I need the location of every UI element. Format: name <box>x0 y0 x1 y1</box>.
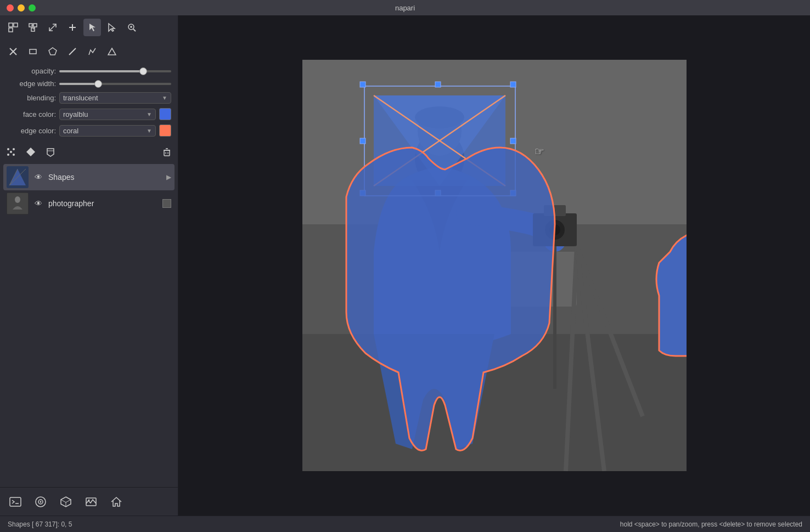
svg-point-24 <box>7 154 9 156</box>
shapes-visibility-toggle[interactable]: 👁 <box>33 172 44 183</box>
opacity-row: opacity: <box>7 67 171 75</box>
terminal-button[interactable] <box>5 492 25 512</box>
edge-color-dropdown[interactable]: coral ▼ <box>59 125 156 137</box>
add-points-layer-button[interactable] <box>3 144 19 160</box>
window-title: napari <box>395 4 415 12</box>
status-bar: Shapes [ 67 317]: 0, 5 hold <space> to p… <box>0 516 810 532</box>
zoom-button[interactable] <box>123 19 140 36</box>
minimize-button[interactable] <box>18 4 25 12</box>
photographer-color-indicator <box>162 199 171 208</box>
blending-row: blending: translucent ▼ <box>7 92 171 104</box>
title-bar: napari <box>0 0 810 15</box>
cursor-button[interactable] <box>103 19 121 36</box>
edge-color-row: edge color: coral ▼ <box>7 124 171 137</box>
maximize-button[interactable] <box>29 4 36 12</box>
svg-point-25 <box>13 154 15 156</box>
svg-rect-29 <box>164 150 170 156</box>
svg-rect-4 <box>33 24 37 27</box>
layers-panel: 👁 Shapes ▶ 👁 photographer <box>0 162 178 487</box>
face-color-arrow-icon: ▼ <box>147 111 152 117</box>
edge-width-slider[interactable] <box>59 83 171 85</box>
svg-point-26 <box>10 151 12 153</box>
svg-marker-27 <box>26 148 35 156</box>
polygon-button[interactable] <box>44 43 61 60</box>
window-controls <box>7 4 36 12</box>
delete-layer-button[interactable] <box>159 144 175 160</box>
face-color-label: face color: <box>7 110 56 118</box>
image-container: ☞ <box>302 60 687 471</box>
svg-rect-71 <box>360 138 365 144</box>
canvas-area[interactable]: ☞ <box>178 15 810 516</box>
shapes-thumbnail <box>7 166 29 188</box>
svg-point-47 <box>88 499 90 501</box>
svg-rect-72 <box>510 138 516 144</box>
svg-marker-21 <box>108 48 116 55</box>
shapes-expand-arrow[interactable]: ▶ <box>166 173 171 181</box>
canvas-image <box>302 60 687 471</box>
jupyter-button[interactable] <box>31 492 50 512</box>
svg-marker-10 <box>89 24 95 31</box>
main-layout: opacity: edge width: blending: transluce… <box>0 15 810 516</box>
svg-line-20 <box>69 48 76 55</box>
blending-dropdown[interactable]: translucent ▼ <box>59 92 171 104</box>
clear-button[interactable] <box>4 43 22 60</box>
line-button[interactable] <box>64 43 81 60</box>
edge-color-swatch[interactable] <box>159 124 171 137</box>
ndim-roll-button[interactable] <box>24 19 42 36</box>
triangle-button[interactable] <box>103 43 121 60</box>
layer-item-shapes[interactable]: 👁 Shapes ▶ <box>3 164 175 190</box>
properties-panel: opacity: edge width: blending: transluce… <box>0 64 178 142</box>
svg-marker-19 <box>49 48 57 55</box>
edge-color-label: edge color: <box>7 127 56 135</box>
home-button[interactable] <box>106 492 126 512</box>
opacity-label: opacity: <box>7 67 56 75</box>
svg-rect-39 <box>10 497 21 506</box>
status-left: Shapes [ 67 317]: 0, 5 <box>8 520 72 528</box>
svg-rect-0 <box>9 23 13 27</box>
rect-button[interactable] <box>24 43 42 60</box>
svg-point-23 <box>13 148 15 150</box>
add-labels-layer-button[interactable] <box>43 144 58 160</box>
svg-rect-2 <box>9 28 13 32</box>
edge-width-row: edge width: <box>7 80 171 88</box>
bottom-toolbar <box>0 487 178 516</box>
edge-color-value: coral <box>63 127 78 135</box>
edge-color-arrow-icon: ▼ <box>147 128 152 134</box>
toolbar-row-2 <box>0 39 178 64</box>
svg-marker-11 <box>109 24 115 31</box>
svg-rect-1 <box>14 23 18 27</box>
layer-item-photographer[interactable]: 👁 photographer <box>3 190 175 217</box>
photo-thumbnail <box>7 193 29 214</box>
add-button[interactable] <box>64 19 81 36</box>
status-right: hold <space> to pan/zoom, press <delete>… <box>620 520 802 528</box>
polyline-button[interactable] <box>83 43 101 60</box>
blending-value: translucent <box>63 94 98 102</box>
svg-point-22 <box>7 148 9 150</box>
add-shapes-layer-button[interactable] <box>23 144 38 160</box>
transpose-button[interactable] <box>44 19 61 36</box>
svg-rect-69 <box>435 82 441 87</box>
svg-rect-37 <box>7 193 28 214</box>
face-color-dropdown[interactable]: royalblu ▼ <box>59 109 156 120</box>
photographer-layer-name: photographer <box>48 199 158 208</box>
svg-rect-70 <box>510 82 516 87</box>
sidebar: opacity: edge width: blending: transluce… <box>0 15 178 516</box>
opacity-slider[interactable] <box>59 70 171 72</box>
svg-point-43 <box>40 501 42 502</box>
select-button[interactable] <box>83 19 101 36</box>
face-color-row: face color: royalblu ▼ <box>7 108 171 120</box>
svg-rect-18 <box>30 49 36 54</box>
layer-toolbar <box>0 142 178 162</box>
shapes-layer-name: Shapes <box>48 173 162 182</box>
photographer-visibility-toggle[interactable]: 👁 <box>33 198 44 209</box>
svg-point-38 <box>15 196 20 203</box>
edge-width-label: edge width: <box>7 80 56 88</box>
close-button[interactable] <box>7 4 14 12</box>
cube-button[interactable] <box>56 492 76 512</box>
move-dims-button[interactable] <box>4 19 22 36</box>
blending-arrow-icon: ▼ <box>162 95 167 101</box>
toolbar-row-1 <box>0 15 178 39</box>
face-color-swatch[interactable] <box>159 108 171 120</box>
screenshot-button[interactable] <box>81 492 101 512</box>
face-color-value: royalblu <box>63 110 88 118</box>
